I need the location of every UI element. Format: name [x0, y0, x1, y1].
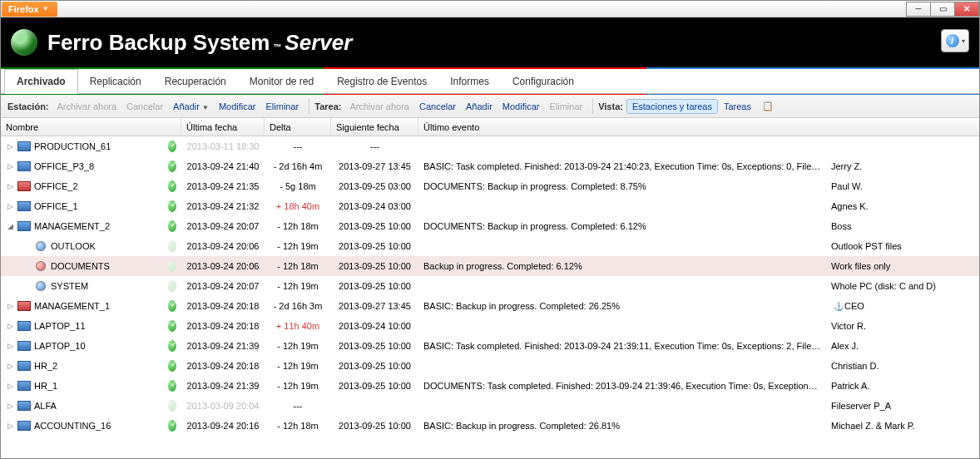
owner-cell: Fileserver P_A — [826, 401, 968, 411]
expand-icon[interactable]: ▷ — [7, 422, 16, 430]
task-row[interactable]: DOCUMENTS2013-09-24 20:06- 12h 18m2013-0… — [1, 256, 979, 276]
status-cell — [163, 200, 181, 212]
owner-label: Agnes K. — [831, 201, 869, 211]
task-row[interactable]: OUTLOOK2013-09-24 20:06- 12h 19m2013-09-… — [1, 236, 979, 256]
task-label: Tarea: — [314, 101, 341, 111]
station-row[interactable]: ▷HR_12013-09-24 21:39- 12h 19m2013-09-25… — [1, 376, 979, 396]
col-delta[interactable]: Delta — [265, 118, 331, 136]
close-button[interactable]: ✕ — [954, 2, 979, 17]
status-cell — [163, 300, 181, 312]
app-title: Ferro Backup System ™ Server — [47, 30, 352, 56]
owner-label: Work files only — [831, 261, 890, 271]
expand-icon[interactable]: ▷ — [7, 362, 16, 370]
station-delete[interactable]: Eliminar — [266, 101, 299, 111]
clipboard-icon[interactable] — [762, 101, 774, 112]
station-row[interactable]: ▷ALFA2013-03-09 20:04---Fileserver P_A — [1, 396, 979, 416]
col-next-date[interactable]: Siguiente fecha — [331, 118, 418, 136]
info-button[interactable]: i ▾ — [941, 29, 969, 52]
view-stations-tasks[interactable]: Estaciones y tareas — [626, 99, 718, 114]
status-cell — [163, 240, 181, 252]
tab-archivado[interactable]: Archivado — [4, 69, 78, 94]
delta-cell: - 5g 18m — [265, 181, 331, 191]
delta-cell: - 12h 19m — [265, 341, 331, 351]
task-cancel[interactable]: Cancelar — [419, 101, 456, 111]
firefox-label: Firefox — [8, 4, 39, 14]
name-cell: ▷PRODUCTION_61 — [1, 141, 163, 151]
col-last-date[interactable]: Última fecha — [181, 118, 265, 136]
task-row[interactable]: SYSTEM2013-09-24 20:07- 12h 19m2013-09-2… — [1, 276, 979, 296]
station-add[interactable]: Añadir ▼ — [173, 101, 209, 111]
station-row[interactable]: ▷OFFICE_P3_82013-09-24 21:40- 2d 16h 4m2… — [1, 156, 979, 176]
expand-icon[interactable]: ▷ — [7, 182, 16, 190]
expand-icon[interactable]: ▷ — [7, 202, 16, 210]
station-modify[interactable]: Modificar — [219, 101, 256, 111]
expand-icon[interactable]: ▷ — [7, 142, 16, 151]
name-cell: ▷OFFICE_P3_8 — [1, 161, 163, 171]
computer-icon — [17, 141, 29, 151]
next-date-cell: 2013-09-25 10:00 — [331, 281, 418, 291]
station-row[interactable]: ▷HR_22013-09-24 20:18- 12h 19m2013-09-25… — [1, 356, 979, 376]
delta-cell: --- — [265, 141, 331, 151]
tab-replicación[interactable]: Replicación — [78, 69, 153, 94]
station-row[interactable]: ▷OFFICE_22013-09-24 21:35- 5g 18m2013-09… — [1, 176, 979, 196]
station-row[interactable]: ▷ACCOUNTING_162013-09-24 20:16- 12h 18m2… — [1, 416, 979, 436]
minimize-button[interactable]: ─ — [906, 2, 931, 17]
status-idle-icon — [168, 260, 176, 272]
trademark-label: ™ — [273, 42, 281, 52]
owner-cell: Michael Z. & Mark P. — [826, 421, 968, 431]
status-cell — [163, 420, 181, 432]
expand-icon[interactable]: ▷ — [7, 342, 16, 350]
next-date-cell: 2013-09-25 10:00 — [331, 261, 418, 271]
view-label: Vista: — [598, 101, 623, 111]
name-cell: ▷OFFICE_2 — [1, 181, 163, 191]
row-name-label: MANAGEMENT_2 — [34, 221, 110, 231]
station-row[interactable]: ▷PRODUCTION_612013-03-11 18:30------ — [1, 136, 979, 156]
tab-monitor-de-red[interactable]: Monitor de red — [238, 69, 325, 94]
computer-icon — [17, 321, 29, 331]
computer-icon — [17, 341, 29, 351]
expand-icon[interactable]: ▷ — [7, 382, 16, 390]
tab-informes[interactable]: Informes — [438, 69, 501, 94]
status-cell — [163, 220, 181, 232]
owner-cell: Christian D. — [826, 361, 968, 371]
last-date-cell: 2013-09-24 21:35 — [181, 181, 265, 191]
expand-icon[interactable]: ▷ — [7, 162, 16, 170]
expand-icon[interactable]: ▷ — [7, 402, 16, 410]
status-idle-icon — [168, 280, 176, 292]
station-row[interactable]: ▷OFFICE_12013-09-24 21:32+ 18h 40m2013-0… — [1, 196, 979, 216]
expand-icon[interactable]: ▷ — [7, 322, 16, 330]
station-row[interactable]: ▷LAPTOP_102013-09-24 21:39- 12h 19m2013-… — [1, 336, 979, 356]
info-icon: i — [946, 34, 959, 47]
last-date-cell: 2013-09-24 20:07 — [181, 221, 265, 231]
chevron-down-icon: ▾ — [962, 37, 965, 45]
tab-recuperación[interactable]: Recuperación — [153, 69, 238, 94]
firefox-menu-button[interactable]: Firefox ▼ — [2, 2, 57, 17]
row-name-label: MANAGEMENT_1 — [34, 301, 110, 311]
owner-label: Michael Z. & Mark P. — [831, 421, 915, 431]
col-name[interactable]: Nombre — [1, 118, 181, 136]
last-date-cell: 2013-09-24 20:18 — [181, 301, 265, 311]
last-date-cell: 2013-09-24 21:40 — [181, 161, 265, 171]
expand-icon[interactable]: ▷ — [7, 302, 16, 310]
status-cell — [163, 280, 181, 292]
tab-configuración[interactable]: Configuración — [501, 69, 586, 94]
station-row[interactable]: ▷LAPTOP_112013-09-24 20:18+ 11h 40m2013-… — [1, 316, 979, 336]
col-last-event[interactable]: Último evento — [418, 118, 979, 136]
view-tasks[interactable]: Tareas — [718, 99, 757, 114]
tab-registro-de-eventos[interactable]: Registro de Eventos — [325, 69, 438, 94]
task-modify[interactable]: Modificar — [502, 101, 540, 111]
station-row[interactable]: ◢MANAGEMENT_22013-09-24 20:07- 12h 18m20… — [1, 216, 979, 236]
event-cell: BASIC: Backup in progress. Completed: 26… — [418, 421, 826, 431]
next-date-cell: 2013-09-25 10:00 — [331, 341, 418, 351]
task-add[interactable]: Añadir — [466, 101, 492, 111]
toolbar: Estación: Archivar ahora Cancelar Añadir… — [1, 95, 979, 118]
computer-icon — [17, 401, 29, 411]
owner-cell: Patrick A. — [826, 381, 968, 391]
collapse-icon[interactable]: ◢ — [7, 222, 16, 230]
station-row[interactable]: ▷MANAGEMENT_12013-09-24 20:18- 2d 16h 3m… — [1, 296, 979, 316]
maximize-button[interactable]: ▭ — [930, 2, 955, 17]
last-date-cell: 2013-09-24 20:18 — [181, 361, 265, 371]
separator — [592, 99, 593, 114]
status-cell — [163, 340, 181, 352]
delta-cell: - 12h 18m — [265, 421, 331, 431]
